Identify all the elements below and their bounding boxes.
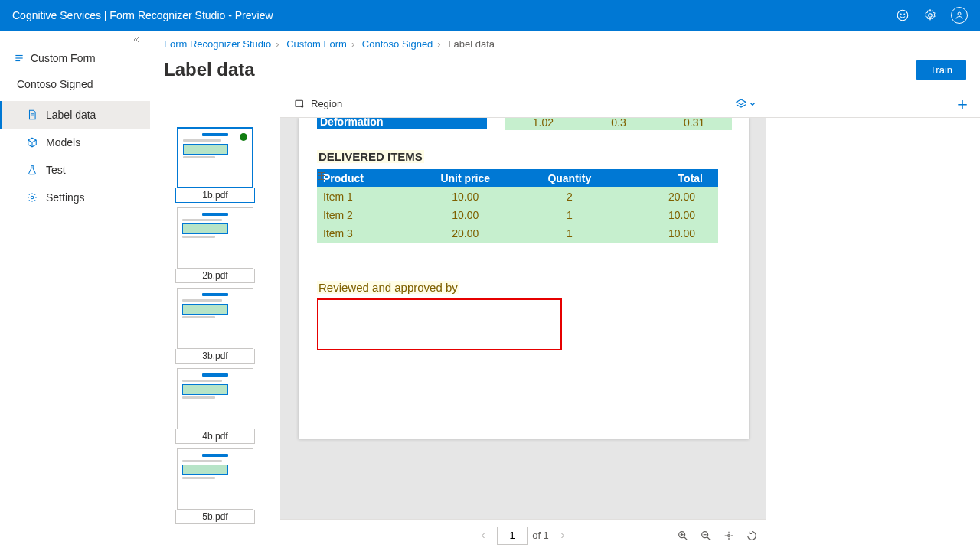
rotate-icon[interactable] <box>744 528 760 543</box>
chevron-down-icon <box>749 100 756 108</box>
project-name[interactable]: Contoso Signed <box>0 72 150 96</box>
gear-icon <box>26 191 38 204</box>
chevron-right-icon: › <box>437 38 440 50</box>
thumbnail-item[interactable]: 2b.pdf <box>175 207 255 283</box>
pager: of 1 <box>280 519 766 551</box>
table-row: Item 210.00110.00 <box>317 206 718 224</box>
page-title: Label data <box>164 59 916 80</box>
app-title: Cognitive Services | Form Recognizer Stu… <box>12 9 896 21</box>
sidebar-item-label: Label data <box>46 109 96 121</box>
fit-screen-icon[interactable] <box>721 528 737 543</box>
sidebar-category-label: Custom Form <box>31 52 96 64</box>
svg-point-4 <box>958 12 961 15</box>
svg-point-22 <box>728 534 730 536</box>
document-page: Deformation 1.02 0.3 0.31 DELIVERED ITEM… <box>299 118 749 439</box>
table-row-clip: Deformation <box>317 118 487 129</box>
svg-line-16 <box>684 537 687 540</box>
pager-controls: of 1 <box>474 527 572 545</box>
table-row: Item 320.00110.00 <box>317 224 718 243</box>
labels-panel-header: ＋ <box>766 90 980 118</box>
thumbnail-label: 1b.pdf <box>175 188 255 203</box>
thumbnail-item[interactable]: 1b.pdf <box>175 127 255 203</box>
chevron-right-icon: › <box>276 38 279 50</box>
viewer-toolbar: Region <box>280 90 766 118</box>
sidebar: Custom Form Contoso Signed Label data Mo… <box>0 31 150 551</box>
collapse-sidebar-icon[interactable] <box>0 31 150 44</box>
svg-point-10 <box>31 196 34 199</box>
thumbnail-preview <box>177 368 253 429</box>
train-button[interactable]: Train <box>916 60 966 80</box>
region-tool-label: Region <box>311 98 342 109</box>
thumbnail-list[interactable]: 1b.pdf 2b.pdf 3b.pdf <box>150 90 280 551</box>
thumbnail-label: 4b.pdf <box>175 429 255 444</box>
pager-of-label: of 1 <box>532 530 549 541</box>
thumbnail-label: 5b.pdf <box>175 510 255 524</box>
beaker-icon <box>26 164 38 176</box>
status-dot-icon <box>240 133 247 141</box>
add-label-button[interactable]: ＋ <box>954 96 971 112</box>
prev-page-button[interactable] <box>474 527 492 545</box>
layers-button[interactable] <box>735 98 756 110</box>
thumbnail-preview <box>177 207 253 269</box>
thumbnail-label: 2b.pdf <box>175 269 255 283</box>
thumbnail-preview <box>177 127 253 188</box>
content: 1b.pdf 2b.pdf 3b.pdf <box>150 90 980 551</box>
document-icon <box>26 109 38 121</box>
zoom-out-icon[interactable] <box>698 528 714 543</box>
document-viewer: Region Deformation 1.02 0.3 <box>280 90 766 551</box>
table-row: Item 110.00220.00 <box>317 187 718 206</box>
breadcrumb-current: Label data <box>448 38 495 50</box>
sidebar-item-label: Test <box>46 164 66 176</box>
layers-icon <box>735 98 747 110</box>
chevron-right-icon: › <box>351 38 354 50</box>
thumbnail-item[interactable]: 5b.pdf <box>175 448 255 524</box>
sidebar-nav: Label data Models Test Settings <box>0 101 150 211</box>
breadcrumb-link[interactable]: Form Recognizer Studio <box>164 38 271 50</box>
list-icon <box>14 53 24 64</box>
main: Form Recognizer Studio› Custom Form› Con… <box>150 31 980 551</box>
thumbnail-item[interactable]: 4b.pdf <box>175 368 255 444</box>
zoom-in-icon[interactable] <box>675 528 691 543</box>
next-page-button[interactable] <box>554 527 572 545</box>
labels-panel: ＋ <box>766 90 980 551</box>
svg-point-3 <box>929 14 933 18</box>
sidebar-item-test[interactable]: Test <box>0 156 150 184</box>
breadcrumb: Form Recognizer Studio› Custom Form› Con… <box>150 31 980 53</box>
sidebar-item-models[interactable]: Models <box>0 129 150 156</box>
svg-point-0 <box>897 10 908 21</box>
document-canvas[interactable]: Deformation 1.02 0.3 0.31 DELIVERED ITEM… <box>280 118 766 519</box>
signature-region[interactable] <box>317 298 562 350</box>
table-row-values: 1.02 0.3 0.31 <box>505 118 732 130</box>
svg-point-1 <box>900 14 901 15</box>
page-header: Label data Train <box>150 53 980 90</box>
breadcrumb-link[interactable]: Contoso Signed <box>362 38 433 50</box>
region-icon <box>294 98 306 110</box>
topbar-actions <box>896 7 968 24</box>
region-tool-button[interactable]: Region <box>289 95 347 113</box>
cube-icon <box>26 136 38 148</box>
zoom-controls <box>675 528 760 543</box>
sidebar-item-label: Models <box>46 136 80 148</box>
section-title: DELIVERED ITEMS <box>317 150 424 163</box>
thumbnail-item[interactable]: 3b.pdf <box>175 288 255 364</box>
feedback-icon[interactable] <box>896 8 910 22</box>
top-bar: Cognitive Services | Form Recognizer Stu… <box>0 0 980 31</box>
svg-point-2 <box>904 14 905 15</box>
breadcrumb-link[interactable]: Custom Form <box>286 38 347 50</box>
sidebar-item-settings[interactable]: Settings <box>0 184 150 211</box>
sidebar-category[interactable]: Custom Form <box>0 47 150 69</box>
thumbnail-label: 3b.pdf <box>175 349 255 364</box>
svg-rect-11 <box>296 100 302 106</box>
thumbnail-preview <box>177 288 253 349</box>
approved-label: Reviewed and approved by <box>317 281 459 294</box>
page-input[interactable] <box>497 527 528 545</box>
sidebar-item-label-data[interactable]: Label data <box>0 101 150 129</box>
delivered-items-table: Product Unit price Quantity Total Item 1… <box>317 169 718 243</box>
account-icon[interactable] <box>951 7 968 24</box>
thumbnail-preview <box>177 448 253 510</box>
sidebar-item-label: Settings <box>46 191 85 204</box>
table-icon[interactable] <box>317 171 326 181</box>
svg-line-20 <box>707 537 710 540</box>
settings-icon[interactable] <box>923 8 937 22</box>
